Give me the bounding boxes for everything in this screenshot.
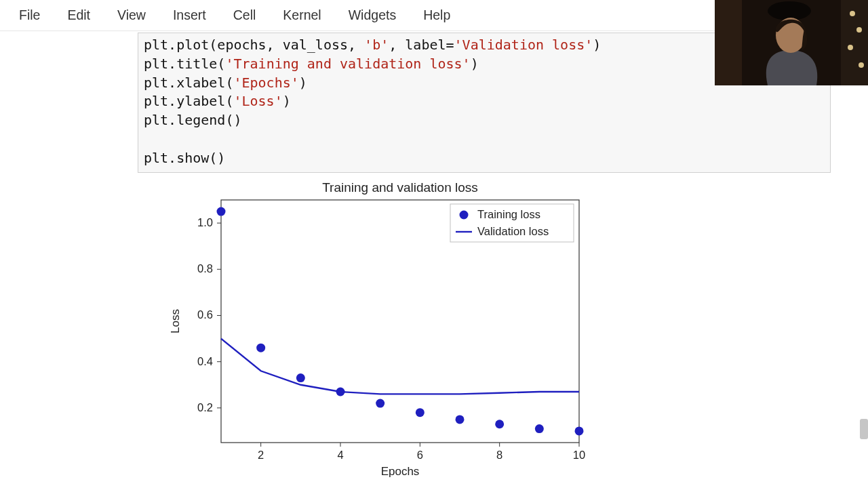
menu-file[interactable]: File	[8, 2, 56, 28]
menu-kernel[interactable]: Kernel	[272, 2, 337, 28]
chart-svg: Training and validation loss0.20.40.60.8…	[141, 180, 602, 485]
chart-ytick: 0.6	[197, 308, 213, 321]
menu-widgets[interactable]: Widgets	[338, 2, 412, 28]
menu-help[interactable]: Help	[412, 2, 467, 28]
webcam-overlay	[715, 0, 868, 85]
chart-xtick: 4	[337, 449, 343, 461]
code-line-1: plt.plot(epochs, val_loss, 'b', label='V…	[144, 37, 601, 53]
chart-point-training	[495, 420, 504, 428]
chart-point-training	[456, 415, 465, 424]
chart-point-training	[217, 207, 226, 216]
legend-label-training: Training loss	[477, 208, 540, 220]
chart-point-training	[575, 426, 584, 435]
chart-point-training	[376, 399, 384, 407]
chart-ylabel: Loss	[169, 309, 182, 333]
scrollbar-thumb[interactable]	[860, 419, 868, 439]
code-line-4: plt.ylabel('Loss')	[144, 93, 291, 109]
chart-xtick: 6	[417, 449, 423, 461]
code-line-2: plt.title('Training and validation loss'…	[144, 56, 479, 72]
chart-xtick: 2	[258, 449, 264, 461]
svg-point-3	[850, 11, 855, 16]
chart-point-training	[535, 424, 544, 433]
legend-marker-training	[460, 210, 469, 219]
svg-point-4	[856, 27, 862, 33]
chart-point-training	[256, 343, 265, 352]
chart-ytick: 0.4	[197, 354, 213, 367]
svg-point-6	[859, 62, 864, 68]
menu-edit[interactable]: Edit	[56, 2, 106, 28]
menu-view[interactable]: View	[106, 2, 162, 28]
legend-label-validation: Validation loss	[477, 225, 549, 237]
chart-title: Training and validation loss	[322, 180, 478, 195]
chart-ytick: 0.8	[197, 262, 213, 274]
chart-ytick: 0.2	[197, 401, 213, 413]
chart-xtick: 10	[573, 449, 585, 461]
code-line-5: plt.legend()	[144, 112, 242, 128]
chart-xtick: 8	[496, 449, 502, 461]
chart-line-validation	[221, 338, 579, 394]
chart-point-training	[296, 373, 305, 382]
menu-insert[interactable]: Insert	[162, 2, 222, 28]
chart-output: Training and validation loss0.20.40.60.8…	[141, 180, 842, 485]
notebook-area: plt.plot(epochs, val_loss, 'b', label='V…	[0, 33, 868, 485]
chart-point-training	[416, 408, 425, 417]
code-line-7: plt.show()	[144, 150, 225, 166]
svg-point-5	[848, 45, 853, 50]
code-line-3: plt.xlabel('Epochs')	[144, 75, 307, 91]
chart-ytick: 1.0	[197, 216, 213, 228]
menu-cell[interactable]: Cell	[222, 2, 273, 28]
chart-xlabel: Epochs	[381, 465, 420, 478]
svg-rect-1	[715, 0, 742, 85]
svg-point-7	[768, 1, 811, 20]
